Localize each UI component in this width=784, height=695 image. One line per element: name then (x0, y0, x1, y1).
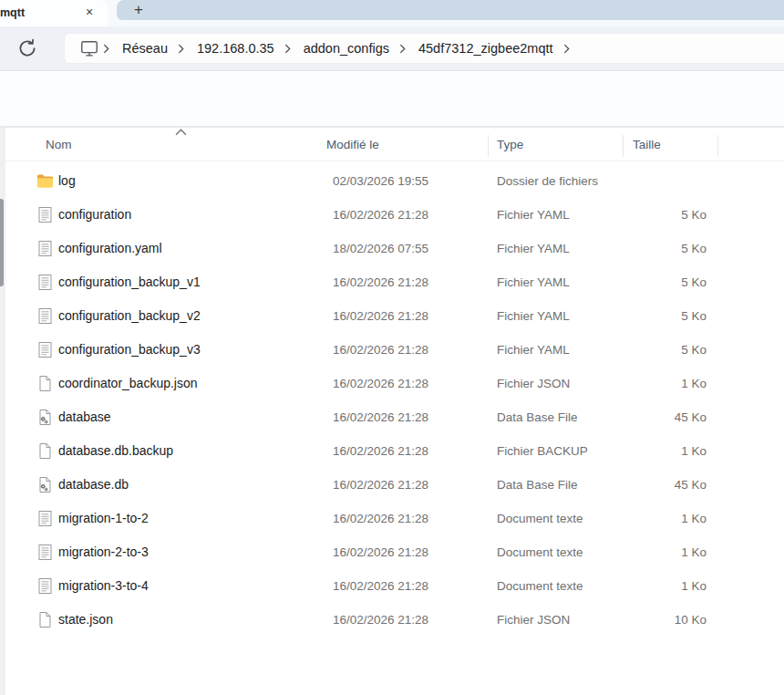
refresh-button[interactable] (15, 36, 39, 60)
file-row[interactable]: database 16/02/2026 21:28 Data Base File… (5, 400, 784, 434)
file-size: 1 Ko (586, 444, 707, 458)
file-type: Fichier YAML (497, 208, 570, 222)
file-modified-date: 16/02/2026 21:28 (333, 275, 428, 289)
file-type: Fichier JSON (497, 377, 570, 390)
file-row[interactable]: configuration 16/02/2026 21:28 Fichier Y… (5, 198, 784, 232)
tab-bar: mqtt × + (0, 0, 784, 26)
text-document-icon (36, 206, 54, 223)
database-file-icon (36, 409, 54, 426)
file-row[interactable]: database.db 16/02/2026 21:28 Data Base F… (5, 468, 784, 502)
column-header-size[interactable]: Taille (633, 138, 661, 151)
file-row[interactable]: configuration.yaml 18/02/2026 07:55 Fich… (5, 232, 784, 265)
file-modified-date: 16/02/2026 21:28 (333, 579, 428, 593)
file-modified-date: 16/02/2026 21:28 (333, 343, 428, 357)
address-bar-row: Réseau192.168.0.35addon_configs45df7312_… (0, 26, 784, 71)
file-name: configuration_backup_v2 (58, 308, 201, 323)
breadcrumb-chevron-icon (563, 44, 573, 53)
file-modified-date: 16/02/2026 21:28 (333, 208, 428, 222)
file-row[interactable]: configuration_backup_v2 16/02/2026 21:28… (5, 299, 784, 333)
file-modified-date: 16/02/2026 21:28 (333, 512, 428, 525)
file-row[interactable]: coordinator_backup.json 16/02/2026 21:28… (5, 367, 784, 400)
file-type: Data Base File (497, 478, 578, 492)
text-document-icon (36, 341, 54, 358)
this-pc-icon[interactable] (79, 39, 99, 57)
file-type: Document texte (497, 579, 583, 593)
column-header-modified[interactable]: Modifié le (326, 138, 379, 151)
file-row[interactable]: migration-3-to-4 16/02/2026 21:28 Docume… (5, 569, 784, 603)
file-name: migration-1-to-2 (58, 511, 149, 525)
breadcrumb-chevron-icon (103, 44, 112, 53)
file-modified-date: 16/02/2026 21:28 (333, 309, 428, 323)
breadcrumb-item[interactable]: 45df7312_zigbee2mqtt (408, 41, 563, 56)
text-document-icon (36, 544, 54, 561)
file-modified-date: 16/02/2026 21:28 (333, 545, 428, 559)
file-type: Document texte (497, 512, 583, 525)
file-row[interactable]: log 02/03/2026 19:55 Dossier de fichiers (5, 164, 784, 198)
file-modified-date: 16/02/2026 21:28 (333, 377, 428, 390)
file-row[interactable]: configuration_backup_v1 16/02/2026 21:28… (5, 265, 784, 299)
file-size: 5 Ko (586, 275, 707, 289)
close-tab-icon[interactable]: × (80, 3, 98, 21)
breadcrumb-chevron-icon (178, 44, 187, 53)
file-name: log (58, 173, 76, 188)
file-modified-date: 16/02/2026 21:28 (333, 444, 428, 458)
file-size: 5 Ko (586, 309, 707, 323)
breadcrumb-item[interactable]: 192.168.0.35 (187, 41, 284, 56)
file-name: database.db (58, 477, 129, 492)
column-header-name[interactable]: Nom (46, 138, 72, 151)
file-modified-date: 18/02/2026 07:55 (333, 242, 428, 255)
tab-mqtt[interactable]: mqtt × (0, 0, 108, 26)
file-type: Fichier JSON (497, 613, 570, 627)
breadcrumb-chevron-icon (399, 44, 408, 53)
file-list: log 02/03/2026 19:55 Dossier de fichiers (5, 164, 784, 637)
file-name: configuration (58, 207, 131, 222)
file-row[interactable]: migration-2-to-3 16/02/2026 21:28 Docume… (5, 535, 784, 569)
file-type: Fichier BACKUP (497, 444, 588, 458)
new-tab-button[interactable]: + (127, 1, 150, 20)
file-name: database (58, 410, 111, 424)
file-icon (36, 611, 54, 628)
file-name: state.json (58, 612, 113, 627)
column-header-type[interactable]: Type (497, 138, 523, 151)
file-size: 1 Ko (586, 377, 707, 390)
tab-title: mqtt (0, 6, 25, 19)
file-name: migration-2-to-3 (58, 545, 149, 559)
breadcrumb-item[interactable]: Réseau (112, 41, 178, 56)
file-name: migration-3-to-4 (58, 578, 149, 593)
file-size: 45 Ko (586, 410, 707, 424)
file-name: configuration_backup_v1 (58, 275, 201, 289)
text-document-icon (36, 307, 54, 325)
breadcrumb: Réseau192.168.0.35addon_configs45df7312_… (103, 41, 573, 56)
column-divider (717, 135, 718, 157)
text-document-icon (36, 510, 54, 527)
text-document-icon (36, 274, 54, 291)
file-icon (36, 442, 54, 460)
file-size: 1 Ko (586, 512, 707, 525)
folder-icon (36, 172, 54, 190)
column-header-row: Nom Modifié le Type Taille (0, 130, 784, 161)
database-file-icon (36, 476, 54, 493)
file-modified-date: 02/03/2026 19:55 (333, 174, 428, 188)
file-row[interactable]: database.db.backup 16/02/2026 21:28 Fich… (5, 434, 784, 468)
address-bar[interactable]: Réseau192.168.0.35addon_configs45df7312_… (64, 33, 784, 64)
file-name: configuration_backup_v3 (58, 342, 201, 357)
file-name: database.db.backup (58, 443, 173, 458)
sort-ascending-icon (175, 129, 187, 136)
nav-scrollbar-thumb[interactable] (0, 199, 4, 286)
file-row[interactable]: configuration_backup_v3 16/02/2026 21:28… (5, 333, 784, 367)
column-divider (623, 135, 624, 157)
refresh-icon (15, 36, 39, 60)
file-size: 10 Ko (586, 613, 707, 627)
breadcrumb-item[interactable]: addon_configs (294, 41, 399, 56)
file-size: 1 Ko (586, 545, 707, 559)
file-size: 5 Ko (586, 208, 707, 222)
file-type: Fichier YAML (497, 309, 570, 323)
file-row[interactable]: migration-1-to-2 16/02/2026 21:28 Docume… (5, 502, 784, 535)
file-name: coordinator_backup.json (58, 376, 198, 390)
breadcrumb-chevron-icon (284, 44, 294, 53)
file-size: 45 Ko (586, 478, 707, 492)
file-row[interactable]: state.json 16/02/2026 21:28 Fichier JSON… (5, 603, 784, 637)
file-name: configuration.yaml (58, 241, 162, 255)
file-type: Dossier de fichiers (497, 174, 598, 188)
file-type: Fichier YAML (497, 275, 570, 289)
